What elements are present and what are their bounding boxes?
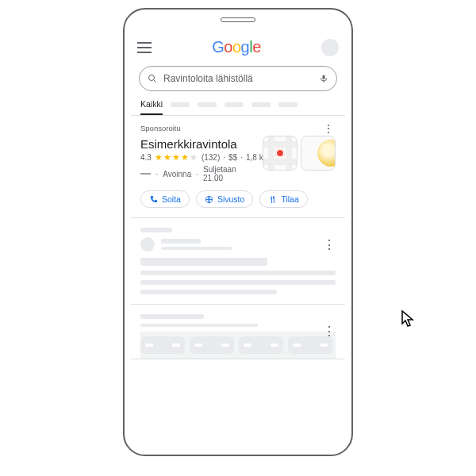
svg-line-1 [154, 80, 156, 83]
map-thumbnail[interactable] [263, 136, 298, 171]
account-avatar[interactable] [321, 39, 339, 56]
dot-separator: · [240, 153, 243, 162]
sponsored-label: Sponsoroitu [140, 124, 321, 132]
tab-placeholder[interactable] [171, 102, 190, 107]
website-button[interactable]: Sivusto [196, 190, 253, 208]
favicon-placeholder [140, 237, 155, 251]
closing-time: Suljetaan 21.00 [203, 165, 256, 182]
carousel-item[interactable] [190, 336, 234, 354]
more-options-icon[interactable]: ⋮ [323, 237, 336, 252]
rating-value: 4.3 [140, 153, 152, 162]
open-status: Avoinna [163, 170, 191, 178]
mic-icon[interactable] [319, 73, 328, 84]
search-tabs: Kaikki [131, 91, 345, 116]
search-query-text: Ravintoloita lähistöllä [163, 73, 313, 84]
result-thumbnails [263, 136, 336, 182]
rating-row: 4.3 ★★★★★ (132) · $$ · 1,8 km [140, 152, 256, 163]
website-label: Sivusto [217, 194, 244, 204]
action-chips: Soita Sivusto Tilaa [140, 190, 336, 208]
call-button[interactable]: Soita [140, 190, 190, 208]
tab-placeholder[interactable] [278, 102, 298, 107]
tab-placeholder[interactable] [225, 102, 244, 107]
review-count: (132) [202, 153, 220, 162]
result-placeholder-card: ⋮ [131, 305, 345, 359]
hours-row: · Avoinna · Suljetaan 21.00 [140, 165, 256, 182]
speaker-slot [221, 17, 255, 22]
search-bar[interactable]: Ravintoloita lähistöllä [139, 66, 337, 91]
order-label: Tilaa [281, 194, 298, 204]
search-icon [148, 74, 157, 83]
svg-point-0 [149, 75, 155, 81]
carousel-item[interactable] [288, 336, 332, 354]
call-label: Soita [162, 194, 181, 204]
mouse-cursor-icon [401, 309, 416, 328]
star-icons: ★★★★★ [155, 152, 198, 163]
carousel-item[interactable] [239, 336, 283, 354]
dot-separator: · [223, 153, 225, 162]
sponsored-result-card: Sponsoroitu ⋮ Esimerkkiravintola 4.3 ★★★… [131, 116, 345, 218]
result-placeholder-card: ⋮ [131, 218, 345, 305]
dot-separator: · [196, 170, 198, 178]
more-options-icon[interactable]: ⋮ [321, 125, 336, 132]
google-logo: Google [152, 38, 321, 56]
fork-knife-icon [268, 195, 277, 204]
business-name[interactable]: Esimerkkiravintola [140, 137, 256, 151]
category-placeholder [140, 173, 151, 174]
map-pin-icon [275, 148, 285, 158]
top-bar: Google [131, 30, 345, 60]
dot-separator: · [155, 170, 158, 178]
tab-placeholder[interactable] [198, 102, 217, 107]
screen: Google Ravintoloita lähistöllä Kaikki Sp… [131, 30, 345, 448]
carousel-item[interactable] [140, 336, 185, 354]
order-button[interactable]: Tilaa [259, 190, 307, 208]
phone-frame: Google Ravintoloita lähistöllä Kaikki Sp… [123, 8, 353, 456]
phone-icon [149, 195, 158, 204]
svg-rect-2 [323, 75, 325, 80]
menu-icon[interactable] [137, 42, 152, 53]
tab-all[interactable]: Kaikki [140, 99, 163, 115]
carousel-placeholder[interactable] [140, 332, 336, 359]
tab-placeholder[interactable] [251, 102, 271, 107]
globe-icon [205, 195, 213, 204]
price-level: $$ [228, 153, 237, 162]
photo-thumbnail[interactable] [301, 136, 336, 171]
